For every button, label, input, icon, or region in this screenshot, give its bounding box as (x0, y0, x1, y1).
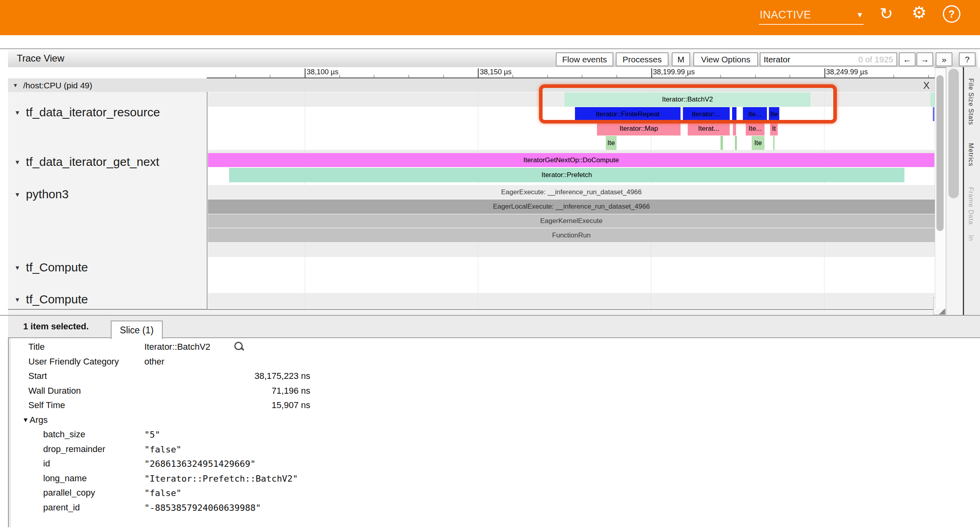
detail-row-long-name: long_name"Iterator::Prefetch::BatchV2" (10, 471, 970, 486)
detail-label: Title (28, 342, 45, 352)
track-label-tf-compute[interactable]: ▼tf_Compute (14, 292, 88, 307)
trace-event-iterator-map[interactable]: Iterator::Map (597, 122, 681, 135)
ruler-tick (443, 75, 444, 78)
track-label-tf-data-iterator-get-next[interactable]: ▼tf_data_iterator_get_next (14, 155, 159, 169)
detail-row-self-time: Self Time15,907 ns (10, 398, 970, 412)
detail-row-start: Start38,175,223 ns (10, 369, 970, 383)
timeline-vscroll-thumb[interactable] (936, 75, 944, 231)
chevron-down-icon[interactable]: ▾ (858, 10, 862, 20)
detail-label: Wall Duration (28, 386, 81, 396)
search-value[interactable]: Iterator (764, 55, 858, 64)
magnifier-icon[interactable] (234, 342, 245, 352)
toolbar-button-m[interactable]: M (672, 52, 690, 66)
timeline-canvas[interactable]: Iterator::BatchV2Iterator::FiniteRepeatI… (208, 92, 935, 309)
detail-value: "5" (144, 430, 160, 440)
detail-value: 38,175,223 ns (144, 371, 310, 381)
trace-event-functionrun[interactable]: FunctionRun (208, 228, 935, 242)
trace-event-ite[interactable]: Ite... (746, 122, 764, 135)
sidebar-tab-file-size-stats[interactable]: File Size Stats (967, 78, 974, 125)
trace-event-eagerkernelexecute[interactable]: EagerKernelExecute (208, 214, 935, 228)
detail-row-batch-size: batch_size"5" (10, 427, 970, 442)
ruler-tick (755, 75, 756, 78)
ruler-tick (721, 75, 721, 78)
run-status-dropdown[interactable]: INACTIVE (760, 9, 811, 21)
triangle-down-icon[interactable]: ▼ (22, 416, 29, 424)
detail-label: Start (28, 371, 47, 381)
detail-label: id (43, 458, 50, 469)
trace-event-iteratorgetnextop-docompute[interactable]: IteratorGetNextOp::DoCompute (208, 153, 934, 167)
trace-event-bar[interactable] (721, 136, 723, 150)
triangle-down-icon: ▼ (14, 109, 20, 116)
ruler-tick (236, 75, 236, 78)
trace-event-bar[interactable] (773, 136, 774, 150)
trace-event-bar[interactable] (930, 92, 935, 107)
horizontal-scrollbar[interactable] (8, 310, 935, 315)
panel-vscroll-thumb[interactable] (948, 69, 959, 198)
trace-event-eagerlocalexecute-inference-run-dataset-4966[interactable]: EagerLocalExecute: __inference_run_datas… (208, 199, 935, 214)
close-process-button[interactable]: X (920, 80, 932, 91)
process-header-label[interactable]: /host:CPU (pid 49) (23, 81, 92, 90)
sidebar-tab-frame-data[interactable]: Frame Data (967, 187, 974, 225)
ruler-tick (409, 75, 409, 78)
trace-event-ite[interactable]: Ite (606, 136, 617, 150)
sidebar-tab-in[interactable]: In (967, 235, 974, 241)
trace-event-ite[interactable]: Ite (752, 136, 764, 150)
search-next-button[interactable]: → (916, 52, 933, 66)
detail-row-title: TitleIterator::BatchV2 (10, 340, 970, 354)
trace-event-eagerexecute-inference-run-dataset-4966[interactable]: EagerExecute: __inference_run_dataset_49… (208, 185, 935, 199)
trace-event-bar[interactable] (735, 136, 737, 150)
tab-slice[interactable]: Slice (1) (111, 321, 163, 339)
ruler-tick-label: 38,249.99 µs (826, 68, 868, 76)
refresh-icon[interactable]: ↻ (880, 6, 893, 22)
dropdown-underline (759, 24, 864, 25)
detail-value: "false" (144, 488, 182, 498)
sidebar-tab-metrics[interactable]: Metrics (967, 143, 974, 167)
track-label-tf-data-iterator-resource[interactable]: ▼tf_data_iterator_resource (14, 105, 160, 120)
panel-top-divider (0, 48, 980, 49)
trace-event-bar[interactable] (733, 122, 736, 135)
ruler-tick-label: 38,150 µs (480, 68, 511, 76)
detail-value: "-8853857924060639988" (144, 503, 261, 513)
search-prev-button[interactable]: ← (899, 52, 916, 66)
search-result-count: 0 of 1925 (858, 55, 893, 64)
track-label-text: tf_Compute (26, 261, 88, 274)
selection-highlight-box (539, 84, 837, 124)
toolbar-button-flow-events[interactable]: Flow events (556, 52, 613, 66)
timeline-row-band (208, 150, 935, 153)
detail-value: 15,907 ns (144, 400, 310, 410)
triangle-down-icon[interactable]: ▼ (13, 82, 18, 88)
ruler-tick (582, 75, 582, 78)
track-label-tf-compute[interactable]: ▼tf_Compute (14, 260, 88, 275)
toolbar-button-processes[interactable]: Processes (616, 52, 669, 66)
trace-event-iterat[interactable]: Iterat... (688, 122, 730, 135)
ruler-tick (651, 68, 652, 78)
sidebar-separator (963, 67, 964, 315)
toolbar-button-view-options[interactable]: View Options (693, 52, 758, 66)
time-ruler[interactable] (8, 67, 935, 78)
detail-label: batch_size (43, 429, 85, 440)
ruler-tick (374, 75, 374, 78)
detail-row-drop-remainder: drop_remainder"false" (10, 442, 970, 456)
trace-event-bar[interactable] (933, 107, 934, 121)
track-label-python3[interactable]: ▼python3 (14, 187, 69, 201)
track-label-text: tf_Compute (26, 293, 88, 306)
trace-event-it[interactable]: It (770, 122, 778, 135)
detail-label: drop_remainder (43, 444, 105, 454)
detail-value: other (144, 357, 164, 367)
ruler-tick (270, 75, 270, 78)
help-icon[interactable]: ? (943, 5, 960, 23)
detail-row-parallel-copy: parallel_copy"false" (10, 486, 970, 500)
ruler-tick (547, 75, 548, 78)
gear-icon[interactable]: ⚙ (912, 5, 927, 21)
detail-row-parent-id: parent_id"-8853857924060639988" (10, 500, 970, 515)
track-label-text: tf_data_iterator_resource (26, 106, 160, 119)
trace-event-iterator-prefetch[interactable]: Iterator::Prefetch (229, 168, 904, 182)
ruler-tick (305, 68, 305, 78)
search-input[interactable]: Iterator 0 of 1925 (760, 52, 897, 66)
detail-value: "2686136324951429669" (144, 459, 255, 469)
ruler-tick (824, 68, 825, 78)
timeline-row-band (208, 293, 935, 308)
shortcuts-help-button[interactable]: ? (959, 52, 976, 66)
jump-button[interactable]: » (936, 52, 952, 66)
ruler-tick (790, 75, 790, 78)
